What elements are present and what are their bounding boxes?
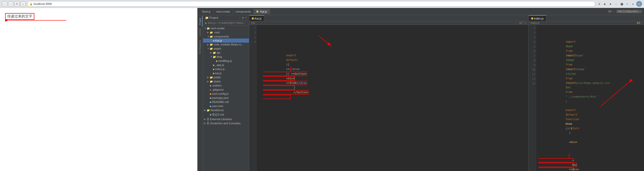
line-num-4: 4 (249, 40, 256, 44)
label-app-js: _app.js (215, 63, 224, 66)
tab-nextjs[interactable]: Next.js (199, 9, 214, 14)
kai-tab-file-icon (252, 17, 254, 20)
side-tab-project[interactable]: Project (198, 16, 203, 26)
folder-icon-components: 📁 (210, 35, 213, 38)
ext2-icon[interactable]: ■ (608, 2, 613, 6)
tree-item-kai-js[interactable]: ■ Kai.js (203, 39, 249, 43)
git-label: Git: (608, 10, 612, 13)
arrow-nextdemo: ▶ (204, 109, 207, 111)
tree-item-index-js[interactable]: ■ index.js (203, 67, 249, 71)
folder-icon-pages: 📁 (210, 47, 213, 50)
tab-next-create[interactable]: next-create (214, 9, 233, 14)
kw-default: default (286, 58, 300, 62)
tab-components[interactable]: components (233, 9, 254, 14)
ide-area: Next.js next-create components Kai.js Gi… (197, 8, 644, 171)
tree-item-components[interactable]: ▼ 📁 components (203, 34, 249, 39)
folder-icon-next-create: 📁 (207, 27, 210, 30)
from-kw-1: from (566, 49, 574, 53)
tree-item-app-js[interactable]: ■ _app.js (203, 63, 249, 67)
tree-item-next-create[interactable]: ▼ 📁 next-create (203, 26, 249, 30)
file-tree: ▼ 📁 next-create ▶ 📁 .next (203, 26, 249, 171)
js-icon-kai: ■ (213, 39, 214, 42)
folder-icon-public: 📁 (210, 76, 213, 79)
ext6-icon[interactable]: ● (631, 2, 635, 6)
index-code-content[interactable]: import Head from 'next/head' import Imag… (536, 25, 644, 171)
file-icon-yarnlock: ■ (210, 105, 211, 108)
tree-item-nextconfig[interactable]: ■ next.config.js (203, 92, 249, 96)
kai-code-content[interactable]: export default ({ children }) => <div> <… (257, 25, 528, 171)
kai-code-line-1 (259, 35, 526, 40)
extension-icon[interactable]: ◆ (602, 2, 607, 6)
panel-icon-1[interactable]: ⋮ (238, 16, 241, 19)
tree-item-packagejson[interactable]: ■ package.json (203, 96, 249, 100)
back-button[interactable]: ← (2, 1, 7, 6)
panel-icon-2[interactable]: ⚙ (242, 16, 244, 19)
label-ext-libs: External Libraries (210, 118, 232, 121)
address-bar[interactable]: 🔒 localhost:3000 (27, 1, 595, 7)
add-config-btn[interactable]: Add Configuration... (616, 10, 642, 13)
tree-item-note2[interactable]: ■ 笔记2.md (203, 112, 249, 117)
folder-icon-next: 📁 (210, 31, 213, 34)
tab-kaijs[interactable]: Kai.js (254, 9, 270, 14)
browser-chrome: ← → ↻ ⌂ 🔒 localhost:3000 ★ ◆ ■ ○ ⬤ ≡ ● U (0, 0, 644, 8)
head-ref: Head (566, 45, 574, 48)
tab-next-create-label: next-create (216, 10, 230, 13)
project-path: ▶ Next.js > D:\AAA前端学习\Next... (203, 21, 249, 26)
panel-title: 📁 Project (205, 16, 218, 20)
kai-editor-tab[interactable]: Kai.js (249, 15, 264, 21)
idx-line-4: 4 (529, 40, 535, 44)
semi-4: ; (566, 100, 567, 103)
tree-item-scratches[interactable]: ▶ 🗄 Scratches and Consoles (203, 121, 249, 125)
label-nextconfig: next.config.js (212, 92, 228, 95)
return-paren: ( (569, 131, 571, 135)
tree-item-next[interactable]: ▶ 📁 .next (203, 30, 249, 34)
kai-open-tag: < (572, 159, 574, 162)
file-icon-gitignore: ■ (210, 88, 211, 91)
idx-line-6: 6 (529, 49, 535, 54)
panel-icon-3[interactable]: ⇧ (245, 16, 247, 19)
brace-children-open: { (294, 77, 295, 80)
tree-item-node-modules[interactable]: ▶ 📁 node_modules library ro... (203, 43, 249, 46)
label-index-js: index.js (215, 68, 225, 71)
browser-actions: ★ ◆ ■ ○ ⬤ ≡ ● U (597, 1, 642, 7)
forward-button[interactable]: → (8, 1, 13, 6)
arrow-next: ▶ (207, 31, 210, 34)
label-readme: README.md (212, 100, 229, 103)
tree-item-ext-libs[interactable]: ▶ 🗄 External Libraries (203, 117, 249, 121)
label-api: api (217, 51, 220, 54)
image-ref: Image (566, 58, 576, 62)
kai-editor-body: 1 2 3 4 export default ({ children (249, 25, 528, 171)
index-tab-icon (531, 17, 533, 20)
tree-item-public[interactable]: ▶ 📁 public (203, 75, 249, 79)
tree-item-pages[interactable]: ▼ 📁 pages (203, 46, 249, 51)
label-scratches: Scratches and Consoles (210, 122, 240, 125)
tree-item-api[interactable]: ▶ 📁 api (203, 51, 249, 55)
js-icon-index: ■ (213, 68, 214, 71)
tree-item-kai-page[interactable]: ■ kai.js (203, 71, 249, 75)
tree-item-styles[interactable]: ▶ 📁 styles (203, 79, 249, 83)
kai-breadcrumb: Kai (251, 22, 255, 24)
md-icon-note2: ■ (210, 113, 211, 116)
ext4-icon[interactable]: ⬤ (619, 2, 624, 6)
ext3-icon[interactable]: ○ (614, 2, 618, 6)
tree-item-yarnlock[interactable]: ■ yarn.lock (203, 104, 249, 108)
kai-code-line-2: export default ({ children }) => <div> (259, 49, 526, 53)
reload-button[interactable]: ↻ (14, 1, 19, 6)
index-warnings: A3 ↑ (637, 22, 642, 24)
label-kai-page: kai.js (215, 72, 222, 75)
bookmark-icon[interactable]: ★ (597, 2, 601, 6)
tree-item-blog[interactable]: ▼ 📁 blog (203, 55, 249, 59)
index-editor-tab[interactable]: index.js (529, 15, 546, 21)
tree-item-eslintrc[interactable]: ■ .eslintrc (203, 83, 249, 88)
index-editor-info-bar: index.js A3 ↑ (529, 21, 644, 25)
tree-item-nextdemo[interactable]: ▶ 📁 NextDemo (203, 108, 249, 112)
side-tab-commit[interactable]: Commit (198, 27, 203, 38)
tree-item-gitignore[interactable]: ■ .gitignore (203, 88, 249, 92)
ext5-icon[interactable]: ≡ (625, 2, 630, 6)
user-avatar[interactable]: U (636, 1, 642, 7)
side-tab-pull-requests[interactable]: Pull Requests (198, 39, 203, 56)
tree-item-nextblog[interactable]: ■ nextBlog.js (203, 59, 249, 63)
tree-item-readme[interactable]: ■ README.md (203, 100, 249, 104)
brace-children-close: } (294, 86, 295, 89)
home-button[interactable]: ⌂ (21, 1, 26, 6)
